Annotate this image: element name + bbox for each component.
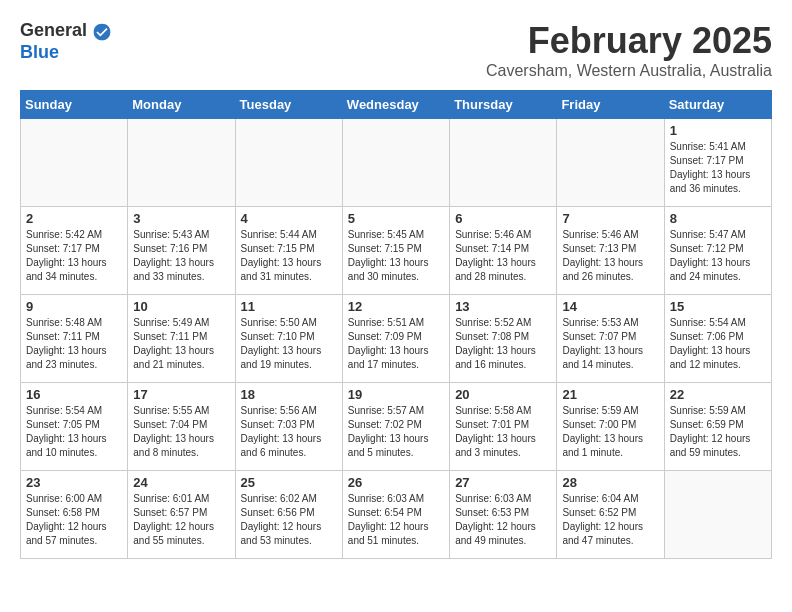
calendar-cell: 17Sunrise: 5:55 AM Sunset: 7:04 PM Dayli…	[128, 383, 235, 471]
day-info: Sunrise: 6:01 AM Sunset: 6:57 PM Dayligh…	[133, 492, 229, 548]
day-number: 7	[562, 211, 658, 226]
day-number: 18	[241, 387, 337, 402]
calendar-week-row: 1Sunrise: 5:41 AM Sunset: 7:17 PM Daylig…	[21, 119, 772, 207]
day-info: Sunrise: 5:46 AM Sunset: 7:14 PM Dayligh…	[455, 228, 551, 284]
day-info: Sunrise: 5:43 AM Sunset: 7:16 PM Dayligh…	[133, 228, 229, 284]
day-number: 21	[562, 387, 658, 402]
day-number: 19	[348, 387, 444, 402]
day-info: Sunrise: 5:57 AM Sunset: 7:02 PM Dayligh…	[348, 404, 444, 460]
day-number: 3	[133, 211, 229, 226]
calendar-cell: 26Sunrise: 6:03 AM Sunset: 6:54 PM Dayli…	[342, 471, 449, 559]
weekday-header-thursday: Thursday	[450, 91, 557, 119]
calendar-cell: 9Sunrise: 5:48 AM Sunset: 7:11 PM Daylig…	[21, 295, 128, 383]
day-number: 14	[562, 299, 658, 314]
day-info: Sunrise: 5:46 AM Sunset: 7:13 PM Dayligh…	[562, 228, 658, 284]
calendar-week-row: 9Sunrise: 5:48 AM Sunset: 7:11 PM Daylig…	[21, 295, 772, 383]
day-info: Sunrise: 5:53 AM Sunset: 7:07 PM Dayligh…	[562, 316, 658, 372]
day-number: 5	[348, 211, 444, 226]
day-info: Sunrise: 5:42 AM Sunset: 7:17 PM Dayligh…	[26, 228, 122, 284]
day-info: Sunrise: 5:55 AM Sunset: 7:04 PM Dayligh…	[133, 404, 229, 460]
weekday-header-row: SundayMondayTuesdayWednesdayThursdayFrid…	[21, 91, 772, 119]
calendar-week-row: 2Sunrise: 5:42 AM Sunset: 7:17 PM Daylig…	[21, 207, 772, 295]
day-info: Sunrise: 5:44 AM Sunset: 7:15 PM Dayligh…	[241, 228, 337, 284]
calendar-cell: 5Sunrise: 5:45 AM Sunset: 7:15 PM Daylig…	[342, 207, 449, 295]
weekday-header-monday: Monday	[128, 91, 235, 119]
day-number: 17	[133, 387, 229, 402]
calendar-cell: 27Sunrise: 6:03 AM Sunset: 6:53 PM Dayli…	[450, 471, 557, 559]
day-number: 28	[562, 475, 658, 490]
weekday-header-wednesday: Wednesday	[342, 91, 449, 119]
calendar-cell: 4Sunrise: 5:44 AM Sunset: 7:15 PM Daylig…	[235, 207, 342, 295]
calendar-week-row: 16Sunrise: 5:54 AM Sunset: 7:05 PM Dayli…	[21, 383, 772, 471]
calendar-cell: 20Sunrise: 5:58 AM Sunset: 7:01 PM Dayli…	[450, 383, 557, 471]
calendar-cell	[235, 119, 342, 207]
calendar-cell	[664, 471, 771, 559]
calendar-cell: 23Sunrise: 6:00 AM Sunset: 6:58 PM Dayli…	[21, 471, 128, 559]
day-info: Sunrise: 6:04 AM Sunset: 6:52 PM Dayligh…	[562, 492, 658, 548]
day-number: 24	[133, 475, 229, 490]
day-info: Sunrise: 5:45 AM Sunset: 7:15 PM Dayligh…	[348, 228, 444, 284]
day-number: 13	[455, 299, 551, 314]
calendar-cell	[557, 119, 664, 207]
calendar-cell: 6Sunrise: 5:46 AM Sunset: 7:14 PM Daylig…	[450, 207, 557, 295]
calendar-cell: 16Sunrise: 5:54 AM Sunset: 7:05 PM Dayli…	[21, 383, 128, 471]
day-number: 27	[455, 475, 551, 490]
day-info: Sunrise: 5:59 AM Sunset: 6:59 PM Dayligh…	[670, 404, 766, 460]
calendar-cell: 2Sunrise: 5:42 AM Sunset: 7:17 PM Daylig…	[21, 207, 128, 295]
day-number: 22	[670, 387, 766, 402]
calendar-cell: 11Sunrise: 5:50 AM Sunset: 7:10 PM Dayli…	[235, 295, 342, 383]
calendar-cell: 10Sunrise: 5:49 AM Sunset: 7:11 PM Dayli…	[128, 295, 235, 383]
day-info: Sunrise: 5:47 AM Sunset: 7:12 PM Dayligh…	[670, 228, 766, 284]
day-number: 1	[670, 123, 766, 138]
day-number: 8	[670, 211, 766, 226]
calendar-cell: 15Sunrise: 5:54 AM Sunset: 7:06 PM Dayli…	[664, 295, 771, 383]
calendar-cell: 1Sunrise: 5:41 AM Sunset: 7:17 PM Daylig…	[664, 119, 771, 207]
calendar-cell: 22Sunrise: 5:59 AM Sunset: 6:59 PM Dayli…	[664, 383, 771, 471]
calendar-cell: 7Sunrise: 5:46 AM Sunset: 7:13 PM Daylig…	[557, 207, 664, 295]
day-number: 10	[133, 299, 229, 314]
day-info: Sunrise: 5:59 AM Sunset: 7:00 PM Dayligh…	[562, 404, 658, 460]
calendar-cell: 3Sunrise: 5:43 AM Sunset: 7:16 PM Daylig…	[128, 207, 235, 295]
weekday-header-tuesday: Tuesday	[235, 91, 342, 119]
day-number: 9	[26, 299, 122, 314]
day-number: 6	[455, 211, 551, 226]
day-number: 16	[26, 387, 122, 402]
day-info: Sunrise: 5:56 AM Sunset: 7:03 PM Dayligh…	[241, 404, 337, 460]
calendar-cell: 14Sunrise: 5:53 AM Sunset: 7:07 PM Dayli…	[557, 295, 664, 383]
day-info: Sunrise: 6:03 AM Sunset: 6:54 PM Dayligh…	[348, 492, 444, 548]
title-section: February 2025 Caversham, Western Austral…	[486, 20, 772, 80]
calendar-cell	[342, 119, 449, 207]
day-info: Sunrise: 5:58 AM Sunset: 7:01 PM Dayligh…	[455, 404, 551, 460]
weekday-header-friday: Friday	[557, 91, 664, 119]
logo: General Blue	[20, 20, 112, 63]
weekday-header-sunday: Sunday	[21, 91, 128, 119]
main-title: February 2025	[486, 20, 772, 62]
calendar-cell: 12Sunrise: 5:51 AM Sunset: 7:09 PM Dayli…	[342, 295, 449, 383]
logo-icon	[92, 22, 112, 42]
day-number: 20	[455, 387, 551, 402]
calendar-cell	[450, 119, 557, 207]
day-number: 12	[348, 299, 444, 314]
calendar-cell: 8Sunrise: 5:47 AM Sunset: 7:12 PM Daylig…	[664, 207, 771, 295]
day-info: Sunrise: 5:48 AM Sunset: 7:11 PM Dayligh…	[26, 316, 122, 372]
subtitle: Caversham, Western Australia, Australia	[486, 62, 772, 80]
calendar-cell: 13Sunrise: 5:52 AM Sunset: 7:08 PM Dayli…	[450, 295, 557, 383]
day-info: Sunrise: 6:03 AM Sunset: 6:53 PM Dayligh…	[455, 492, 551, 548]
calendar-table: SundayMondayTuesdayWednesdayThursdayFrid…	[20, 90, 772, 559]
day-info: Sunrise: 5:51 AM Sunset: 7:09 PM Dayligh…	[348, 316, 444, 372]
day-number: 2	[26, 211, 122, 226]
day-info: Sunrise: 5:54 AM Sunset: 7:05 PM Dayligh…	[26, 404, 122, 460]
calendar-cell: 21Sunrise: 5:59 AM Sunset: 7:00 PM Dayli…	[557, 383, 664, 471]
day-info: Sunrise: 5:54 AM Sunset: 7:06 PM Dayligh…	[670, 316, 766, 372]
day-info: Sunrise: 5:41 AM Sunset: 7:17 PM Dayligh…	[670, 140, 766, 196]
day-number: 4	[241, 211, 337, 226]
day-number: 23	[26, 475, 122, 490]
calendar-cell: 25Sunrise: 6:02 AM Sunset: 6:56 PM Dayli…	[235, 471, 342, 559]
calendar-week-row: 23Sunrise: 6:00 AM Sunset: 6:58 PM Dayli…	[21, 471, 772, 559]
calendar-cell: 28Sunrise: 6:04 AM Sunset: 6:52 PM Dayli…	[557, 471, 664, 559]
calendar-cell	[128, 119, 235, 207]
day-info: Sunrise: 5:52 AM Sunset: 7:08 PM Dayligh…	[455, 316, 551, 372]
day-info: Sunrise: 6:02 AM Sunset: 6:56 PM Dayligh…	[241, 492, 337, 548]
calendar-cell: 18Sunrise: 5:56 AM Sunset: 7:03 PM Dayli…	[235, 383, 342, 471]
day-info: Sunrise: 5:49 AM Sunset: 7:11 PM Dayligh…	[133, 316, 229, 372]
